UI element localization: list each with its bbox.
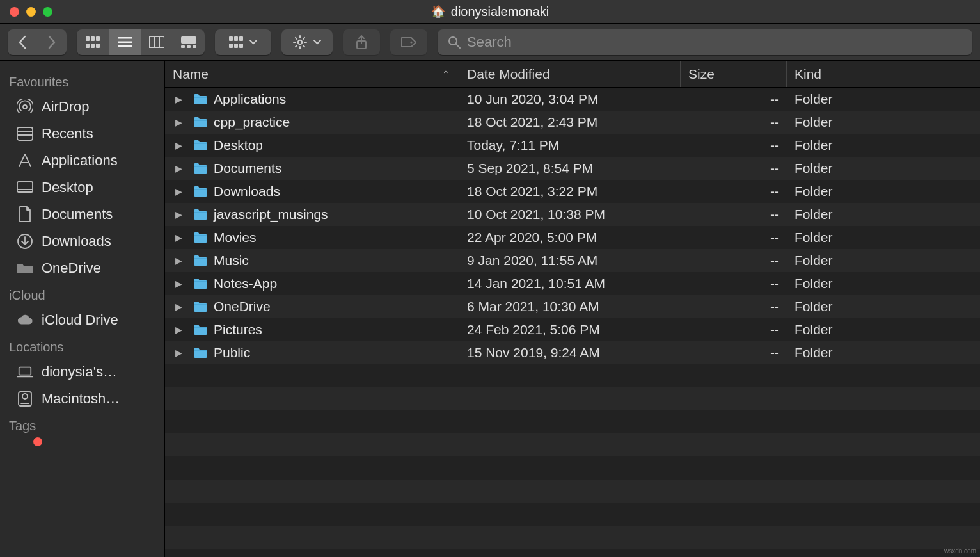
file-kind: Folder	[787, 161, 980, 176]
svg-rect-19	[229, 44, 233, 48]
table-row[interactable]: ▶Pictures24 Feb 2021, 5:06 PM--Folder	[165, 318, 980, 341]
sidebar-item-onedrive[interactable]: OneDrive	[0, 255, 164, 282]
sidebar-item-label: Downloads	[42, 233, 111, 250]
svg-rect-50	[194, 166, 207, 167]
action-button[interactable]	[281, 29, 333, 55]
table-row[interactable]: ▶Notes-App14 Jan 2021, 10:51 AM--Folder	[165, 272, 980, 295]
arrange-button[interactable]	[215, 29, 271, 55]
table-row[interactable]: ▶cpp_practice18 Oct 2021, 2:43 PM--Folde…	[165, 111, 980, 134]
svg-point-35	[23, 105, 27, 109]
sidebar-item-airdrop[interactable]: AirDrop	[0, 93, 164, 120]
file-kind: Folder	[787, 207, 980, 222]
disclosure-triangle-icon[interactable]: ▶	[175, 163, 187, 174]
svg-rect-49	[194, 143, 207, 144]
table-row[interactable]: ▶Applications10 Jun 2020, 3:04 PM--Folde…	[165, 88, 980, 111]
action-group	[281, 29, 333, 55]
file-date: 5 Sep 2021, 8:54 PM	[459, 161, 681, 176]
table-row[interactable]: ▶OneDrive6 Mar 2021, 10:30 AM--Folder	[165, 295, 980, 318]
sidebar-tag-item[interactable]	[0, 437, 164, 451]
table-row[interactable]: ▶Movies22 Apr 2020, 5:00 PM--Folder	[165, 226, 980, 249]
column-header-kind[interactable]: Kind	[787, 61, 980, 87]
disclosure-triangle-icon[interactable]: ▶	[175, 325, 187, 335]
tag-red-icon	[33, 437, 42, 446]
folder-icon	[193, 117, 207, 128]
column-header-name[interactable]: Name ⌃	[165, 61, 459, 87]
home-folder-icon: 🏠	[431, 4, 445, 19]
file-size: --	[681, 299, 787, 314]
disclosure-triangle-icon[interactable]: ▶	[175, 209, 187, 220]
empty-row	[165, 526, 980, 549]
sidebar-section-header: Tags	[0, 412, 164, 437]
file-kind: Folder	[787, 322, 980, 337]
search-box[interactable]	[438, 29, 972, 55]
view-list-button[interactable]	[109, 29, 141, 55]
svg-line-30	[303, 37, 304, 38]
view-gallery-button[interactable]	[173, 29, 205, 55]
view-columns-button[interactable]	[141, 29, 173, 55]
disclosure-triangle-icon[interactable]: ▶	[175, 278, 187, 289]
file-name: Pictures	[214, 322, 262, 337]
disclosure-triangle-icon[interactable]: ▶	[175, 232, 187, 243]
grid-icon	[86, 36, 100, 48]
view-icons-button[interactable]	[77, 29, 109, 55]
table-row[interactable]: ▶DesktopToday, 7:11 PM--Folder	[165, 134, 980, 157]
traffic-minimize[interactable]	[26, 7, 36, 17]
sidebar-item-label: Applications	[42, 152, 118, 169]
sidebar-item-label: Desktop	[42, 179, 93, 196]
empty-row	[165, 410, 980, 433]
file-date: 15 Nov 2019, 9:24 AM	[459, 345, 681, 360]
table-row[interactable]: ▶javascript_musings10 Oct 2021, 10:38 PM…	[165, 203, 980, 226]
svg-rect-3	[86, 44, 90, 48]
column-header-date[interactable]: Date Modified	[459, 61, 681, 87]
file-kind: Folder	[787, 276, 980, 291]
back-button[interactable]	[8, 29, 37, 55]
grid-icon	[229, 36, 243, 48]
table-row[interactable]: ▶Downloads18 Oct 2021, 3:22 PM--Folder	[165, 180, 980, 203]
disclosure-triangle-icon[interactable]: ▶	[175, 94, 187, 104]
tags-button[interactable]	[390, 29, 427, 55]
file-size: --	[681, 161, 787, 176]
disclosure-triangle-icon[interactable]: ▶	[175, 302, 187, 312]
svg-rect-54	[194, 259, 207, 259]
svg-line-27	[296, 37, 297, 38]
table-row[interactable]: ▶Documents5 Sep 2021, 8:54 PM--Folder	[165, 157, 980, 180]
column-header-label: Name	[173, 67, 209, 82]
disclosure-triangle-icon[interactable]: ▶	[175, 255, 187, 266]
file-size: --	[681, 138, 787, 153]
disclosure-triangle-icon[interactable]: ▶	[175, 140, 187, 150]
file-kind: Folder	[787, 115, 980, 130]
search-input[interactable]	[467, 34, 962, 51]
sidebar-item-applications[interactable]: Applications	[0, 147, 164, 174]
disclosure-triangle-icon[interactable]: ▶	[175, 186, 187, 197]
forward-button[interactable]	[37, 29, 67, 55]
columns-icon	[149, 36, 164, 48]
empty-row	[165, 549, 980, 557]
file-name: Public	[214, 345, 250, 360]
share-button[interactable]	[343, 29, 380, 55]
sidebar-item-macintosh-[interactable]: Macintosh…	[0, 385, 164, 412]
sidebar-item-icloud-drive[interactable]: iCloud Drive	[0, 307, 164, 334]
sidebar-item-documents[interactable]: Documents	[0, 201, 164, 228]
svg-rect-1	[91, 36, 95, 41]
svg-rect-56	[194, 305, 207, 305]
traffic-close[interactable]	[10, 7, 19, 17]
table-row[interactable]: ▶Music9 Jan 2020, 11:55 AM--Folder	[165, 249, 980, 272]
traffic-maximize[interactable]	[43, 7, 52, 17]
file-size: --	[681, 115, 787, 130]
table-row[interactable]: ▶Public15 Nov 2019, 9:24 AM--Folder	[165, 341, 980, 364]
svg-rect-15	[193, 45, 196, 48]
svg-rect-51	[194, 190, 207, 190]
disclosure-triangle-icon[interactable]: ▶	[175, 117, 187, 127]
sidebar-item-dionysia-s-[interactable]: dionysia's…	[0, 359, 164, 385]
folder-icon	[17, 260, 33, 277]
sidebar-item-desktop[interactable]: Desktop	[0, 174, 164, 201]
disclosure-triangle-icon[interactable]: ▶	[175, 348, 187, 358]
sidebar-item-label: Macintosh…	[42, 391, 120, 407]
sidebar-item-recents[interactable]: Recents	[0, 120, 164, 147]
folder-icon	[193, 301, 207, 312]
file-name: Applications	[214, 92, 286, 107]
file-name: Notes-App	[214, 276, 277, 291]
column-header-size[interactable]: Size	[681, 61, 787, 87]
sidebar-item-downloads[interactable]: Downloads	[0, 228, 164, 255]
file-kind: Folder	[787, 230, 980, 245]
